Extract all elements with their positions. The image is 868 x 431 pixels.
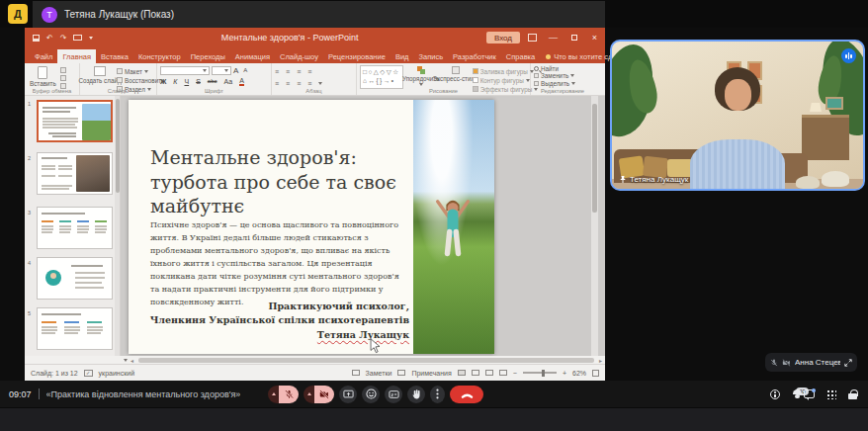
activities-icon[interactable] xyxy=(826,389,836,399)
shape-fill-button[interactable]: Заливка фигуры xyxy=(473,67,538,75)
camera-off-icon[interactable] xyxy=(314,386,334,403)
zoom-level[interactable]: 62% xyxy=(572,370,586,377)
ribbon-display-options-icon[interactable] xyxy=(528,34,537,42)
slide-vertical-scrollbar[interactable] xyxy=(591,96,598,356)
camera-button[interactable] xyxy=(304,386,334,403)
save-icon[interactable] xyxy=(33,35,40,42)
tab-file[interactable]: Файл xyxy=(30,49,57,63)
signin-button[interactable]: Вход xyxy=(486,32,520,43)
shape-outline-button[interactable]: Контур фигуры xyxy=(473,76,538,84)
zoom-out-icon[interactable]: − xyxy=(513,370,517,377)
slide-thumbnail[interactable] xyxy=(37,307,113,350)
raise-hand-button[interactable] xyxy=(407,386,425,403)
paragraph-more-icon[interactable] xyxy=(318,82,322,85)
case-button[interactable]: Аа xyxy=(224,78,233,85)
tab-transitions[interactable]: Переходы xyxy=(186,49,230,63)
mic-options-icon[interactable] xyxy=(268,386,279,403)
tab-animations[interactable]: Анимация xyxy=(230,49,275,63)
slide[interactable]: Ментальне здоров'я: турбота про себе та … xyxy=(129,100,494,354)
language-indicator[interactable]: украинский xyxy=(99,370,135,377)
justify-icon[interactable]: ≡ xyxy=(307,80,312,87)
font-color-button[interactable]: А xyxy=(239,77,244,86)
close-button[interactable]: × xyxy=(584,28,605,47)
reading-view-icon[interactable] xyxy=(485,370,493,376)
shrink-font-icon[interactable]: А xyxy=(243,67,247,73)
redo-icon[interactable]: ↷ xyxy=(60,34,67,43)
replace-button[interactable]: Заменить xyxy=(534,72,574,79)
camera-options-icon[interactable] xyxy=(304,386,314,403)
jumping-woman-figure xyxy=(431,195,475,278)
new-slide-button[interactable]: Создать слайд xyxy=(83,65,117,86)
underline-button[interactable]: Ч xyxy=(184,78,189,85)
tab-design[interactable]: Конструктор xyxy=(133,49,186,63)
comments-button[interactable]: Примечания xyxy=(411,370,451,377)
reactions-button[interactable] xyxy=(362,386,380,403)
bold-button[interactable]: Ж xyxy=(160,78,166,85)
normal-view-icon[interactable] xyxy=(458,370,466,376)
spellcheck-icon[interactable]: ✓ xyxy=(84,370,93,377)
expand-icon[interactable] xyxy=(844,359,852,367)
chat-icon[interactable] xyxy=(804,389,815,398)
more-options-button[interactable] xyxy=(430,386,445,403)
quick-styles-button[interactable]: Экспресс-стили xyxy=(439,65,473,84)
select-button[interactable]: Выделить xyxy=(534,80,575,87)
speaker-shirt xyxy=(690,139,785,191)
numbering-icon[interactable]: ≡ xyxy=(286,68,291,75)
captions-button[interactable] xyxy=(385,386,402,403)
bullets-icon[interactable]: ≡ xyxy=(275,68,280,75)
quick-access-toolbar[interactable]: ↶ ↷ xyxy=(33,34,93,43)
mic-button[interactable] xyxy=(268,386,299,403)
presenter-tab[interactable]: Т Тетяна Лукащук (Показ) xyxy=(33,1,605,28)
self-view[interactable]: Анна Стецевич xyxy=(765,353,857,372)
restore-button[interactable] xyxy=(564,28,584,47)
present-screen-button[interactable] xyxy=(339,386,357,403)
tab-view[interactable]: Вид xyxy=(391,49,414,63)
slide-thumbnail[interactable] xyxy=(37,257,113,300)
clipboard-small-buttons[interactable] xyxy=(60,67,66,89)
indent-decrease-icon[interactable]: ≡ xyxy=(297,68,302,75)
font-size-select[interactable] xyxy=(212,66,231,75)
clear-format-button[interactable]: abc xyxy=(208,78,217,84)
tab-insert[interactable]: Вставка xyxy=(96,49,133,63)
copy-icon xyxy=(60,75,66,81)
indent-increase-icon[interactable]: ≡ xyxy=(307,68,312,75)
slide-horizontal-scrollbar[interactable]: ◂ ▸ xyxy=(121,356,605,364)
zoom-slider[interactable] xyxy=(523,372,557,374)
minimize-button[interactable]: — xyxy=(543,28,564,47)
slide-thumbnail[interactable] xyxy=(37,207,113,249)
strikethrough-button[interactable]: S xyxy=(196,78,201,85)
notes-icon[interactable] xyxy=(352,370,360,376)
tab-home[interactable]: Главная xyxy=(57,49,96,63)
tab-help[interactable]: Справка xyxy=(501,49,540,63)
paste-button[interactable]: Вставить xyxy=(28,65,58,88)
meeting-details-icon[interactable] xyxy=(770,389,780,399)
shapes-gallery[interactable]: □○△◇▽☆ ⌂↔{}→• xyxy=(360,65,403,89)
slideshow-view-icon[interactable] xyxy=(499,370,507,376)
find-button[interactable]: Найти xyxy=(534,65,559,72)
end-call-button[interactable] xyxy=(450,386,483,403)
host-controls-icon[interactable] xyxy=(848,393,857,399)
slide-sorter-view-icon[interactable] xyxy=(472,370,479,376)
fit-to-window-icon[interactable] xyxy=(592,370,599,377)
tab-developer[interactable]: Разработчик xyxy=(448,49,501,63)
align-center-icon[interactable]: ≡ xyxy=(286,80,291,87)
comments-icon[interactable] xyxy=(397,370,405,376)
slide-thumbnail[interactable] xyxy=(37,152,113,195)
italic-button[interactable]: К xyxy=(173,78,177,85)
slide-thumbnail-selected[interactable] xyxy=(37,100,113,142)
thumbnail-scrollbar[interactable] xyxy=(115,96,120,356)
undo-icon[interactable]: ↶ xyxy=(46,34,53,43)
slideshow-icon[interactable] xyxy=(73,35,82,41)
tab-record[interactable]: Запись xyxy=(413,49,448,63)
tab-slideshow[interactable]: Слайд-шоу xyxy=(275,49,323,63)
align-left-icon[interactable]: ≡ xyxy=(275,80,280,87)
font-name-select[interactable] xyxy=(160,66,210,75)
align-right-icon[interactable]: ≡ xyxy=(297,80,302,87)
notes-button[interactable]: Заметки xyxy=(366,370,392,377)
tab-review[interactable]: Рецензирование xyxy=(323,49,391,63)
grow-font-icon[interactable]: А xyxy=(233,66,238,75)
mic-muted-icon[interactable] xyxy=(279,386,299,403)
app-icon[interactable]: Д xyxy=(8,4,28,24)
speaker-tile[interactable]: Тетяна Лукащук xyxy=(610,40,865,191)
zoom-in-icon[interactable]: + xyxy=(563,370,566,377)
